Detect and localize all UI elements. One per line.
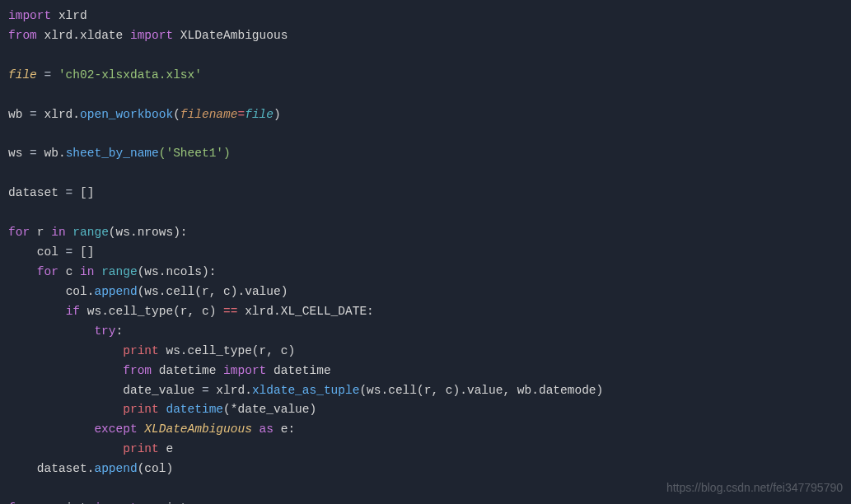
empty-list: []: [80, 245, 94, 259]
code-block: import xlrd from xlrd.xldate import XLDa…: [8, 7, 843, 504]
keyword-import: import: [130, 29, 173, 42]
keyword-except: except: [94, 422, 137, 436]
indent: [8, 403, 123, 416]
code-line-blank: [8, 125, 843, 145]
module-path: xlrd.xldate: [44, 29, 124, 42]
import-name: XLDateAmbiguous: [180, 29, 288, 42]
code-line-blank: [8, 46, 843, 66]
code-line: print ws.cell_type(r, c): [8, 342, 843, 362]
code-line: file = 'ch02-xlsxdata.xlsx': [8, 66, 843, 86]
code-line: for c in range(ws.ncols):: [8, 263, 843, 282]
operator-eq: =: [22, 147, 44, 160]
code-line: wb = xlrd.open_workbook(filename=file): [8, 105, 843, 125]
indent: [8, 384, 123, 397]
expression: xlrd.XL_CELL_DATE:: [237, 305, 373, 318]
indent: [8, 245, 37, 259]
call-args: (ws.cell(r, c).value): [138, 285, 288, 298]
variable: e: [159, 442, 173, 455]
keyword-from: from: [8, 29, 37, 42]
function-call: datetime: [159, 403, 223, 416]
call-args: (ws.cell(r, c).value, wb.datemode): [359, 384, 603, 397]
loop-var: c: [66, 265, 73, 278]
expression: ws.cell_type(r, c): [159, 344, 295, 357]
keyword-for: for: [37, 265, 58, 278]
module-name: datetime: [159, 364, 217, 377]
code-line-blank: [8, 164, 843, 184]
code-line: col = []: [8, 243, 843, 263]
variable: ws: [8, 147, 22, 160]
code-line: print e: [8, 440, 843, 460]
dot: .: [58, 147, 66, 160]
code-line: from datetime import datetime: [8, 362, 843, 381]
code-line: dataset = []: [8, 184, 843, 203]
keyword-for: for: [8, 226, 30, 239]
function-call: xldate_as_tuple: [252, 384, 360, 397]
indent: [8, 305, 66, 318]
call-args: ('Sheet1'): [159, 147, 231, 160]
keyword-import: import: [223, 364, 266, 377]
module-name: xlrd: [58, 9, 87, 22]
indent: [8, 265, 37, 278]
keyword-print: print: [123, 403, 159, 416]
keyword-in: in: [51, 226, 65, 239]
loop-var: r: [37, 226, 44, 239]
indent: [8, 442, 123, 455]
object: xlrd: [44, 108, 73, 121]
colon: :: [288, 422, 295, 436]
indent: [8, 344, 123, 357]
indent: [8, 462, 37, 475]
function-call: open_workbook: [80, 108, 173, 121]
exception-class: XLDateAmbiguous: [144, 422, 252, 436]
code-line: except XLDateAmbiguous as e:: [8, 420, 843, 440]
code-line: print datetime(*date_value): [8, 400, 843, 420]
builtin-range: range: [72, 226, 109, 239]
function-call: sheet_by_name: [66, 147, 159, 160]
keyword-in: in: [80, 265, 94, 278]
code-line: import xlrd: [8, 7, 843, 26]
variable: file: [8, 68, 37, 82]
watermark: https://blog.csdn.net/fei347795790: [666, 478, 843, 497]
operator-eqeq: ==: [223, 305, 237, 318]
object: xlrd: [216, 384, 245, 397]
code-line: from pprint import pprint: [8, 499, 843, 504]
indent: [8, 324, 94, 338]
code-line: date_value = xlrd.xldate_as_tuple(ws.cel…: [8, 381, 843, 401]
keyword-print: print: [123, 442, 159, 455]
function-call: append: [94, 462, 137, 475]
code-line-blank: [8, 86, 843, 105]
builtin-range: range: [101, 265, 138, 278]
paren-open: (: [173, 108, 180, 121]
code-line: from xlrd.xldate import XLDateAmbiguous: [8, 26, 843, 46]
operator-eq: =: [194, 384, 216, 397]
keyword-as: as: [260, 422, 274, 436]
colon: :: [116, 324, 124, 338]
dot: .: [245, 384, 252, 397]
code-line-blank: [8, 203, 843, 223]
call-args: (*date_value): [223, 403, 316, 416]
param-name: filename: [180, 108, 238, 121]
object: dataset: [37, 462, 87, 475]
param-eq: =: [237, 108, 245, 121]
indent: [8, 285, 66, 298]
variable: wb: [8, 108, 22, 121]
code-line: for r in range(ws.nrows):: [8, 223, 843, 243]
call-args: (ws.ncols):: [138, 265, 217, 278]
variable: dataset: [8, 186, 58, 199]
variable: col: [37, 245, 58, 259]
string-literal: 'ch02-xlsxdata.xlsx': [58, 68, 202, 82]
function-call: append: [94, 285, 137, 298]
import-name: datetime: [274, 364, 331, 377]
code-line: ws = wb.sheet_by_name('Sheet1'): [8, 144, 843, 164]
code-line: col.append(ws.cell(r, c).value): [8, 282, 843, 302]
variable: date_value: [123, 384, 194, 397]
operator-eq: =: [58, 245, 80, 259]
empty-list: []: [80, 186, 94, 199]
call-args: (ws.nrows):: [109, 226, 188, 239]
indent: [8, 422, 94, 436]
operator-eq: =: [22, 108, 44, 121]
operator-eq: =: [37, 68, 58, 82]
keyword-try: try: [94, 324, 115, 338]
call-args: (col): [138, 462, 174, 475]
operator-eq: =: [58, 186, 80, 199]
keyword-import: import: [8, 9, 51, 22]
